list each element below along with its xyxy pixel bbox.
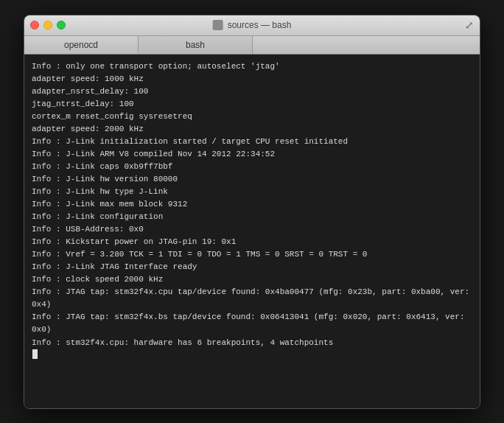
terminal-line: Info : J-Link hw type J-Link	[32, 186, 472, 198]
terminal-line: Info : J-Link ARM V8 compiled Nov 14 201…	[32, 148, 472, 161]
traffic-lights	[30, 21, 66, 29]
terminal-line: Info : Kickstart power on JTAG-pin 19: 0…	[32, 236, 472, 248]
close-button[interactable]	[30, 21, 39, 29]
terminal-line: Info : JTAG tap: stm32f4x.cpu tap/device…	[32, 286, 472, 311]
terminal-line: Info : only one transport option; autose…	[32, 60, 472, 73]
terminal-line: Info : J-Link hw version 80000	[32, 173, 472, 186]
window-icon	[213, 20, 223, 30]
tab-openocd[interactable]: openocd	[24, 36, 139, 54]
title-bar: sources — bash ⤢	[24, 15, 480, 36]
terminal-line: Info : JTAG tap: stm32f4x.bs tap/device …	[32, 311, 472, 336]
terminal-line: Info : J-Link configuration	[32, 211, 472, 223]
maximize-button[interactable]	[57, 21, 66, 29]
terminal-line: Info : J-Link max mem block 9312	[32, 198, 472, 211]
resize-button[interactable]: ⤢	[465, 19, 474, 31]
tab-bar: openocd bash	[24, 36, 480, 55]
terminal-line: jtag_ntrst_delay: 100	[32, 98, 472, 111]
terminal-line: adapter speed: 1000 kHz	[32, 73, 472, 85]
terminal-line: cortex_m reset_config sysresetreq	[32, 111, 472, 123]
terminal-cursor	[32, 349, 38, 359]
terminal-line: adapter speed: 2000 kHz	[32, 123, 472, 136]
tab-empty	[253, 36, 480, 54]
tab-bash[interactable]: bash	[139, 36, 253, 54]
terminal-line: Info : Vref = 3.280 TCK = 1 TDI = 0 TDO …	[32, 248, 472, 261]
terminal-line: Info : J-Link JTAG Interface ready	[32, 261, 472, 273]
terminal-cursor-line	[32, 349, 472, 359]
terminal-line: Info : J-Link caps 0xb9ff7bbf	[32, 161, 472, 173]
minimize-button[interactable]	[43, 21, 52, 29]
terminal-last-line: Info : stm32f4x.cpu: hardware has 6 brea…	[32, 337, 472, 349]
terminal-line: Info : USB-Address: 0x0	[32, 223, 472, 236]
window-title: sources — bash	[213, 20, 292, 30]
terminal-body[interactable]: Info : only one transport option; autose…	[24, 55, 480, 408]
terminal-window: sources — bash ⤢ openocd bash Info : onl…	[24, 15, 480, 409]
terminal-line: Info : J-Link initialization started / t…	[32, 136, 472, 148]
terminal-line: Info : clock speed 2000 kHz	[32, 273, 472, 286]
terminal-line: adapter_nsrst_delay: 100	[32, 85, 472, 98]
